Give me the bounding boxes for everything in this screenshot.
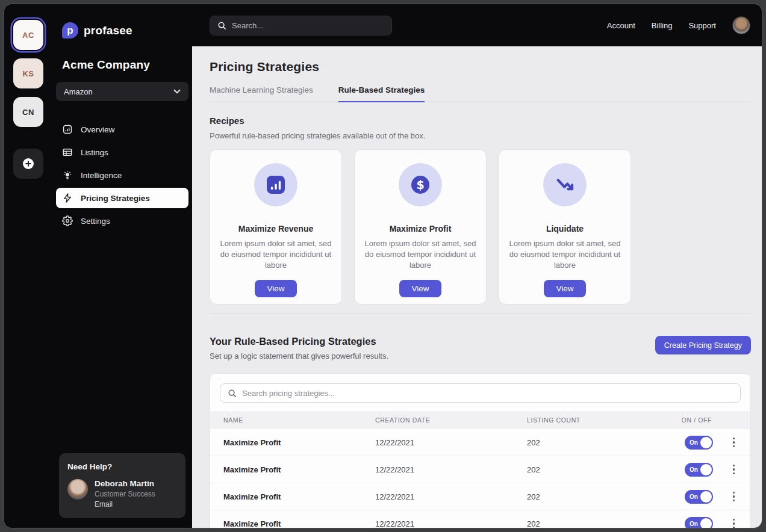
chevron-down-icon <box>173 89 181 94</box>
strategies-search-placeholder: Search pricing strategies... <box>242 389 335 398</box>
strategy-listing-count: 202 <box>527 465 679 474</box>
need-help-card: Need Help? Deborah Martin Customer Succe… <box>59 453 185 518</box>
toggle-label: On <box>690 493 698 500</box>
table-row: Maximize Profit 12/22/2021 202 On <box>210 456 750 483</box>
tab-machine-learning-strategies[interactable]: Machine Learning Strategies <box>210 85 313 102</box>
strategy-name: Maximize Profit <box>223 492 375 501</box>
page-title: Pricing Strategies <box>210 60 751 74</box>
strategy-creation-date: 12/22/2021 <box>375 519 527 528</box>
billing-link[interactable]: Billing <box>652 21 673 30</box>
support-contact-role: Customer Success <box>95 490 155 498</box>
search-icon <box>228 389 237 398</box>
workspace-initials: AC <box>22 31 34 40</box>
strategies-subheading: Set up a logic statement that gives powe… <box>210 351 388 360</box>
recipe-description: Lorem ipsum dolor sit amet, sed do eiusm… <box>364 238 476 271</box>
sidebar-item-intelligence[interactable]: Intelligence <box>56 165 188 185</box>
toggle-knob <box>700 437 712 448</box>
strategies-heading: Your Rule-Based Pricing Strategies <box>210 336 388 347</box>
column-header-name: NAME <box>223 416 375 424</box>
section-divider <box>210 313 751 314</box>
view-button[interactable]: View <box>399 280 441 297</box>
sidebar-item-overview[interactable]: Overview <box>56 119 188 140</box>
strategies-search-input[interactable]: Search pricing strategies... <box>220 383 741 403</box>
toggle-knob <box>700 518 712 528</box>
support-link[interactable]: Support <box>688 21 716 30</box>
support-contact-name: Deborah Martin <box>95 479 155 488</box>
marketplace-select[interactable]: Amazon <box>56 82 188 101</box>
bar-chart-icon <box>254 163 297 206</box>
sidebar-item-pricing-strategies[interactable]: Pricing Strategies <box>56 188 188 208</box>
create-pricing-strategy-button[interactable]: Create Pricing Strategy <box>655 336 751 354</box>
on-off-toggle[interactable]: On <box>685 436 713 450</box>
row-menu-kebab-icon[interactable] <box>730 462 738 477</box>
recipe-description: Lorem ipsum dolor sit amet, sed do eiusm… <box>509 238 621 271</box>
strategies-section-header: Your Rule-Based Pricing Strategies Set u… <box>210 336 751 360</box>
lightbulb-icon <box>62 170 73 181</box>
workspace-initials: CN <box>22 108 34 117</box>
toggle-label: On <box>690 521 698 527</box>
recipes-subheading: Powerful rule-based pricing strategies a… <box>210 131 751 140</box>
column-header-creation-date: CREATION DATE <box>375 416 527 424</box>
trend-down-icon <box>543 163 587 206</box>
topbar: Search... Account Billing Support <box>192 4 762 46</box>
support-email-link[interactable]: Email <box>95 500 155 509</box>
gear-icon <box>62 215 73 226</box>
table-row: Maximize Profit 12/22/2021 202 On <box>210 429 750 456</box>
toggle-knob <box>700 464 712 475</box>
toggle-label: On <box>690 439 698 446</box>
account-link[interactable]: Account <box>607 21 635 30</box>
table-header-row: NAME CREATION DATE LISTING COUNT ON / OF… <box>210 411 750 429</box>
on-off-toggle[interactable]: On <box>685 517 713 528</box>
strategy-name: Maximize Profit <box>223 465 375 474</box>
column-header-listing-count: LISTING COUNT <box>527 416 679 424</box>
view-button[interactable]: View <box>544 280 586 297</box>
search-icon <box>217 21 226 30</box>
recipe-card-maximize-revenue: Maximize Revenue Lorem ipsum dolor sit a… <box>210 149 342 305</box>
sidebar-item-label: Overview <box>81 125 114 134</box>
on-off-toggle[interactable]: On <box>685 490 713 504</box>
workspace-cn[interactable]: CN <box>13 97 43 127</box>
workspace-acme[interactable]: AC <box>13 20 43 50</box>
need-help-title: Need Help? <box>67 462 177 471</box>
row-menu-kebab-icon[interactable] <box>730 516 738 528</box>
content-area: Pricing Strategies Machine Learning Stra… <box>192 46 762 528</box>
sidebar-nav: Overview Listings Intelligence Pricing S… <box>56 119 188 231</box>
recipe-title: Maximize Revenue <box>238 224 314 234</box>
global-search-input[interactable]: Search... <box>210 16 392 36</box>
recipe-title: Liquidate <box>546 224 584 234</box>
marketplace-value: Amazon <box>64 87 93 96</box>
row-menu-kebab-icon[interactable] <box>730 489 738 504</box>
profasee-logo-icon: p <box>62 22 78 39</box>
sidebar: p profasee Acme Company Amazon Overview … <box>52 4 192 528</box>
strategy-listing-count: 202 <box>527 492 679 501</box>
plus-circle-icon <box>22 157 35 170</box>
lightning-bolt-icon <box>62 193 73 203</box>
recipe-card-maximize-profit: $ Maximize Profit Lorem ipsum dolor sit … <box>354 149 487 305</box>
sidebar-item-label: Listings <box>81 148 108 157</box>
user-avatar[interactable] <box>732 16 750 34</box>
row-menu-kebab-icon[interactable] <box>730 435 738 450</box>
strategy-creation-date: 12/22/2021 <box>375 465 527 474</box>
column-header-on-off: ON / OFF <box>679 416 715 424</box>
brand-name: profasee <box>84 24 132 37</box>
recipe-title: Maximize Profit <box>390 224 452 234</box>
brand-logo: p profasee <box>62 22 188 39</box>
table-row: Maximize Profit 12/22/2021 202 On <box>210 483 750 510</box>
bar-chart-icon <box>62 124 73 135</box>
sidebar-item-listings[interactable]: Listings <box>56 142 188 162</box>
view-button[interactable]: View <box>255 280 297 297</box>
recipe-card-liquidate: Liquidate Lorem ipsum dolor sit amet, se… <box>499 149 631 305</box>
sidebar-item-label: Settings <box>81 217 110 226</box>
sidebar-item-settings[interactable]: Settings <box>56 211 188 231</box>
strategies-table-card: Search pricing strategies... NAME CREATI… <box>210 373 751 528</box>
tab-rule-based-strategies[interactable]: Rule-Based Strategies <box>338 85 425 102</box>
recipe-description: Lorem ipsum dolor sit amet, sed do eiusm… <box>220 238 332 271</box>
strategy-tabs: Machine Learning Strategies Rule-Based S… <box>210 85 751 102</box>
workspace-ks[interactable]: KS <box>13 58 43 88</box>
add-workspace-button[interactable] <box>13 149 43 179</box>
company-name: Acme Company <box>62 58 188 72</box>
on-off-toggle[interactable]: On <box>685 463 713 477</box>
sidebar-item-label: Pricing Strategies <box>81 194 150 203</box>
svg-text:$: $ <box>416 178 424 191</box>
app-window: AC KS CN p profasee Acme Company Amazon <box>4 4 762 528</box>
